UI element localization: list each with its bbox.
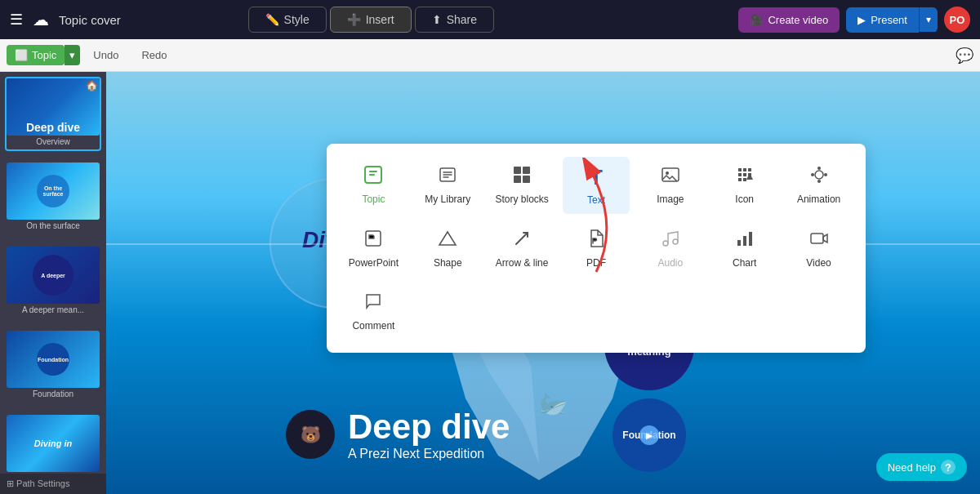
insert-text-button[interactable]: T Text [563, 157, 630, 214]
topic-button-group: ⬜ Topic ▾ [7, 45, 80, 65]
top-right-actions: 🎥 Create video ▶ Present ▾ PO [738, 7, 970, 33]
insert-arrow-button[interactable]: Arrow & line [488, 220, 556, 277]
audio-icon [661, 229, 680, 253]
slide-preview-4: Diving in [7, 415, 100, 472]
insert-chart-button[interactable]: Chart [710, 220, 778, 277]
insert-video-button[interactable]: Video [785, 220, 853, 277]
slide-thumb-2[interactable]: A deeper A deeper mean... [5, 245, 101, 319]
avatar[interactable]: PO [944, 7, 970, 33]
top-center-tabs: ✏️ Style ➕ Insert ⬆ Share [248, 7, 495, 33]
insert-chart-label: Chart [733, 257, 756, 269]
svg-rect-4 [514, 176, 521, 183]
cloud-icon: ☁ [33, 10, 49, 29]
video-camera-icon: 🎥 [750, 14, 763, 26]
svg-rect-2 [514, 167, 521, 174]
insert-powerpoint-button[interactable]: PowerPoint [340, 220, 408, 277]
insert-icon-button[interactable]: Icon [710, 157, 778, 214]
undo-button[interactable]: Undo [83, 45, 128, 65]
slide-preview-1: On thesurface [7, 162, 100, 220]
insert-my-library-button[interactable]: My Library [414, 157, 482, 214]
hamburger-icon[interactable]: ☰ [10, 11, 23, 29]
svg-rect-5 [523, 176, 530, 183]
svg-point-9 [817, 167, 821, 170]
slide-label-2: A deeper mean... [7, 304, 100, 318]
topic-icon: ⬜ [15, 49, 28, 61]
whale-decoration: 🐋 [539, 390, 568, 417]
need-help-button[interactable]: Need help ? [876, 453, 967, 481]
brand-text: Deep dive A Prezi Next Expedition [348, 407, 510, 461]
arrow-icon [512, 229, 532, 253]
redo-button[interactable]: Redo [131, 45, 176, 65]
pencil-icon: ✏️ [265, 13, 279, 26]
svg-rect-18 [749, 232, 752, 246]
svg-point-10 [824, 173, 827, 176]
insert-shape-label: Shape [434, 257, 462, 269]
svg-rect-17 [743, 236, 746, 246]
insert-story-blocks-button[interactable]: Story blocks [488, 157, 556, 214]
topic-menu-icon [363, 165, 383, 189]
slide-thumb-3[interactable]: Foundation Foundation [5, 329, 101, 403]
comment-icon[interactable]: 💬 [956, 47, 973, 65]
insert-animation-button[interactable]: Animation [785, 157, 853, 214]
secondary-bar: ⬜ Topic ▾ Undo Redo 💬 [0, 39, 980, 72]
svg-point-15 [673, 239, 678, 244]
slide-preview-2: A deeper [7, 247, 100, 304]
bear-icon: 🐻 [301, 425, 321, 444]
svg-point-14 [663, 241, 668, 246]
svg-point-12 [811, 173, 814, 176]
slide-label-3: Foundation [7, 388, 100, 402]
svg-point-11 [817, 180, 821, 183]
foundation-play-button[interactable]: ▶ [639, 425, 659, 445]
svg-point-8 [815, 171, 823, 179]
insert-icon-label: Icon [735, 194, 754, 205]
insert-audio-label: Audio [658, 257, 684, 269]
main-layout: 🏠 Deep dive Overview 1 On thesurface On … [0, 72, 980, 494]
insert-image-button[interactable]: Image [636, 157, 704, 214]
insert-tab[interactable]: ➕ Insert [330, 7, 412, 33]
pdf-icon [586, 229, 606, 253]
insert-library-label: My Library [425, 194, 470, 205]
insert-topic-label: Topic [362, 194, 385, 205]
slide-preview-overview: 🏠 Deep dive [7, 78, 100, 136]
text-icon: T [590, 165, 603, 190]
slide-preview-3: Foundation [7, 331, 100, 388]
style-tab[interactable]: ✏️ Style [248, 7, 327, 33]
powerpoint-icon [363, 229, 383, 253]
insert-story-blocks-label: Story blocks [495, 194, 548, 205]
canvas-area[interactable]: Topic My Library Story blocks T Text [106, 72, 980, 494]
present-button[interactable]: ▶ Present [846, 7, 919, 33]
present-dropdown-button[interactable]: ▾ [919, 7, 938, 32]
topic-button[interactable]: ⬜ Topic [7, 45, 65, 65]
video-icon [809, 229, 829, 253]
node-foundation[interactable]: Foundation ▶ [612, 398, 686, 472]
slide-thumb-overview[interactable]: 🏠 Deep dive Overview [5, 77, 101, 151]
home-icon: 🏠 [86, 80, 98, 91]
app-title: Topic cover [59, 13, 121, 27]
insert-shape-button[interactable]: Shape [414, 220, 482, 277]
slide-thumb-1[interactable]: On thesurface On the surface [5, 161, 101, 235]
slide-panel: 🏠 Deep dive Overview 1 On thesurface On … [0, 72, 106, 494]
share-tab[interactable]: ⬆ Share [415, 7, 494, 33]
share-icon: ⬆ [432, 13, 442, 26]
story-blocks-icon [512, 165, 532, 189]
icon-menu-icon [735, 165, 755, 189]
insert-pdf-button[interactable]: PDF [563, 220, 630, 277]
play-icon: ▶ [858, 14, 866, 26]
svg-rect-16 [737, 240, 741, 246]
image-icon [661, 165, 680, 189]
insert-comment-button[interactable]: Comment [340, 283, 408, 340]
insert-dropdown-menu: Topic My Library Story blocks T Text [327, 144, 866, 353]
slide-label-overview: Overview [7, 136, 100, 149]
create-video-button[interactable]: 🎥 Create video [738, 7, 840, 33]
insert-animation-label: Animation [797, 194, 840, 205]
insert-audio-button[interactable]: Audio [636, 220, 704, 277]
library-icon [438, 165, 457, 189]
top-bar: ☰ ☁ Topic cover ✏️ Style ➕ Insert ⬆ Shar… [0, 0, 980, 39]
help-icon: ? [941, 460, 956, 474]
bear-logo: 🐻 [286, 410, 335, 459]
insert-video-label: Video [806, 257, 831, 269]
insert-powerpoint-label: PowerPoint [349, 257, 399, 269]
insert-topic-button[interactable]: Topic [340, 157, 408, 214]
topic-dropdown-button[interactable]: ▾ [65, 45, 80, 65]
svg-rect-3 [523, 167, 530, 174]
